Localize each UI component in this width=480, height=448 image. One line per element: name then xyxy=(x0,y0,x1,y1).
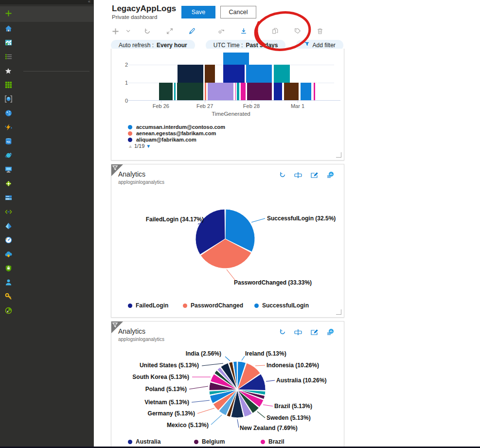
legend-item[interactable]: SuccessfulLogin xyxy=(254,302,309,309)
bar-segment[interactable] xyxy=(223,53,249,65)
legend-dot xyxy=(194,440,198,444)
svg-text:SQL: SQL xyxy=(6,141,11,143)
bar-segment[interactable] xyxy=(159,83,173,101)
sidebar-item-app-services[interactable] xyxy=(0,107,93,121)
legend-item[interactable]: Brazil xyxy=(261,438,284,445)
legend-dot xyxy=(254,304,259,308)
analytics-pie-tile-countries[interactable]: Analytics applogsinloganalytics India (2… xyxy=(111,321,344,448)
subscriptions-icon xyxy=(5,293,12,302)
legend-item[interactable]: aenean.egestas@fabrikam.com xyxy=(128,130,332,136)
x-tick xyxy=(251,101,252,103)
sidebar-item-azure-active-directory[interactable] xyxy=(0,219,93,233)
sidebar-item-function-app[interactable] xyxy=(0,121,93,135)
legend-item[interactable]: Belgium xyxy=(194,438,225,445)
sidebar-item-advisor[interactable] xyxy=(0,248,93,262)
pencil-icon xyxy=(189,28,196,35)
analytics-pie-tile-logins[interactable]: Analytics applogsinloganalytics FailedLo… xyxy=(111,164,344,318)
all-services-icon xyxy=(5,53,12,62)
legend-label: aliquam@fabrikam.com xyxy=(136,137,196,143)
legend-item[interactable]: FailedLogin xyxy=(128,302,168,309)
bar-segment[interactable] xyxy=(284,83,299,101)
export-button[interactable] xyxy=(240,28,259,35)
legend-item[interactable]: PasswordChanged xyxy=(183,302,243,309)
share-button[interactable] xyxy=(218,28,228,35)
sidebar-item-microsoft-defender-for-cloud[interactable] xyxy=(0,262,93,276)
legend-dot xyxy=(128,440,132,444)
legend-item[interactable]: aliquam@fabrikam.com xyxy=(128,137,332,143)
x-axis-title: TimeGenerated xyxy=(128,111,334,117)
cancel-button[interactable]: Cancel xyxy=(220,6,256,18)
clone-button[interactable] xyxy=(272,28,282,35)
bar-segment[interactable] xyxy=(300,83,312,101)
bar-segment[interactable] xyxy=(273,65,290,83)
legend-dot xyxy=(261,440,265,444)
legend-item[interactable]: Australia xyxy=(128,438,160,445)
bar-segment[interactable] xyxy=(246,65,272,83)
cost-management-icon xyxy=(5,307,12,316)
pager-up-icon[interactable]: ▲ xyxy=(128,143,133,149)
storage-accounts-icon xyxy=(5,194,12,203)
legend-item[interactable]: accumsan.interdum@contoso.com xyxy=(128,124,332,130)
bar-segment[interactable] xyxy=(204,65,215,83)
bar-chart-legend: accumsan.interdum@contoso.comaenean.eges… xyxy=(128,124,332,143)
sidebar-item-load-balancers[interactable] xyxy=(0,177,93,191)
sidebar-item-home[interactable] xyxy=(0,22,93,36)
bar-segment[interactable] xyxy=(223,65,245,83)
collapse-sidebar-icon[interactable]: « xyxy=(88,0,90,4)
dashboard-icon xyxy=(5,39,12,48)
sidebar-item-azure-cosmos-db[interactable] xyxy=(0,149,93,163)
bar-segment[interactable] xyxy=(247,83,272,101)
tile-resize-handle[interactable] xyxy=(336,309,341,315)
edit-button[interactable] xyxy=(189,28,198,35)
command-bar xyxy=(112,25,477,37)
save-button[interactable]: Save xyxy=(181,6,215,18)
bar-chart-tile[interactable]: count_210Feb 26Feb 27Feb 28Mar 1TimeGene… xyxy=(111,49,344,161)
sidebar-item-sql-databases[interactable]: SQL xyxy=(0,135,93,149)
x-tick-label: Feb 27 xyxy=(190,103,219,109)
tile-resize-handle[interactable] xyxy=(336,152,341,158)
sidebar-item-dashboard[interactable] xyxy=(0,36,93,50)
x-axis xyxy=(128,100,340,101)
bar-segment[interactable] xyxy=(317,83,319,101)
bar-segment[interactable] xyxy=(236,83,239,101)
new-dashboard-button[interactable] xyxy=(112,28,131,35)
share-icon xyxy=(218,28,225,35)
sidebar-item-subscriptions[interactable] xyxy=(0,290,93,304)
x-tick-label: Mar 1 xyxy=(283,103,312,109)
bar-segment[interactable] xyxy=(313,83,316,101)
sidebar-item-resource-groups[interactable] xyxy=(0,92,93,107)
pager-down-icon[interactable]: ▼ xyxy=(146,143,151,149)
bar-segment[interactable] xyxy=(204,83,207,101)
sidebar-item-virtual-networks[interactable] xyxy=(0,205,93,219)
delete-button[interactable] xyxy=(317,28,326,35)
bar-segment[interactable] xyxy=(240,83,246,101)
sql-databases-icon: SQL xyxy=(5,138,12,146)
bar-segment[interactable] xyxy=(177,83,204,101)
refresh-button[interactable] xyxy=(144,28,154,35)
bar-segment[interactable] xyxy=(273,83,283,101)
sidebar-item-all-resources[interactable] xyxy=(0,78,93,92)
bar-segment[interactable] xyxy=(174,83,176,101)
sidebar-item-storage-accounts[interactable] xyxy=(0,191,93,205)
assign-tags-button[interactable] xyxy=(294,28,304,35)
sidebar-item-cost-management-billing[interactable] xyxy=(0,304,93,318)
virtual-machines-icon xyxy=(5,166,12,175)
pie-label: Sweden (5.13%) xyxy=(267,414,311,421)
sidebar-menu: SQL xyxy=(0,4,93,318)
bar-segment[interactable] xyxy=(177,65,204,83)
plus-icon xyxy=(112,28,119,35)
chevron-down-icon xyxy=(254,29,259,34)
stacked-bar-chart: count_210Feb 26Feb 27Feb 28Mar 1TimeGene… xyxy=(111,49,344,122)
pie-label: Mexico (5.13%) xyxy=(167,422,209,429)
load-balancers-icon xyxy=(5,180,12,189)
main-content: LegacyAppLogs Private dashboard Save Can… xyxy=(94,0,480,448)
fullscreen-button[interactable] xyxy=(166,28,176,35)
sidebar-item-monitor[interactable] xyxy=(0,233,93,248)
sidebar-item-help-support[interactable] xyxy=(0,276,93,290)
y-tick-label: 0 xyxy=(122,98,128,104)
pie-label: New Zealand (7.69%) xyxy=(240,425,298,431)
sidebar-item-create-a-resource[interactable] xyxy=(0,6,93,22)
sidebar-item-virtual-machines[interactable] xyxy=(0,163,93,177)
bar-segment[interactable] xyxy=(207,83,234,101)
sidebar-item-all-services[interactable] xyxy=(0,50,93,64)
